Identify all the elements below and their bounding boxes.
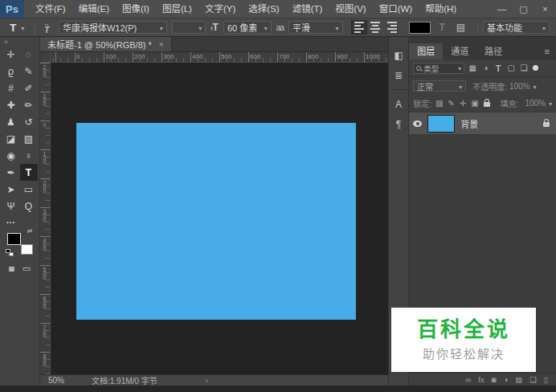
document-tab[interactable]: 未标题-1 @ 50%(RGB/8) * × <box>40 37 172 51</box>
new-group-icon[interactable]: ▤ <box>515 374 522 386</box>
menu-item-窗口[interactable]: 窗口(W) <box>373 0 419 18</box>
default-colors-icon[interactable] <box>6 249 14 256</box>
lock-artboard-icon[interactable]: ▣ <box>471 99 478 108</box>
ruler-label: 600 <box>250 53 260 60</box>
type-tool[interactable]: T <box>20 164 38 181</box>
pen-tool[interactable]: ✒ <box>2 164 20 181</box>
adjustments-panel-icon[interactable]: ≣ <box>389 65 408 85</box>
filter-toggle-icon[interactable] <box>533 65 538 71</box>
layer-filter-select[interactable]: 类型 <box>413 63 464 74</box>
lock-pixels-icon[interactable]: ✎ <box>448 99 454 108</box>
new-layer-icon[interactable]: ❏ <box>529 374 537 386</box>
menu-item-编辑[interactable]: 编辑(E) <box>72 0 116 18</box>
quick-selection-tool[interactable]: ✎ <box>20 63 38 80</box>
tab-路径[interactable]: 路径 <box>476 43 510 59</box>
tools-grid: ✛◌ϱ✎#✐✚✏♟↺◪▧◉♀✒T➤▭ΨQ <box>0 46 39 214</box>
zoom-level-field[interactable]: 50% <box>40 376 71 385</box>
delete-layer-icon[interactable]: ▯ <box>544 374 548 386</box>
visibility-eye-icon[interactable] <box>413 120 422 127</box>
text-orientation-toggle-icon[interactable]: ↔ T <box>40 21 54 35</box>
lock-position-icon[interactable]: ✛ <box>460 99 466 108</box>
paragraph-panel-icon[interactable]: ¶ <box>389 114 408 134</box>
blur-tool[interactable]: ◉ <box>2 147 20 164</box>
color-panel-icon[interactable]: ◧ <box>389 45 408 65</box>
status-expander-icon[interactable]: › <box>206 376 208 385</box>
layer-row[interactable]: 背景 <box>409 112 556 135</box>
window-bottom-edge <box>0 386 556 392</box>
hand-tool[interactable]: Ψ <box>2 198 20 214</box>
menu-item-文件[interactable]: 文件(F) <box>29 0 72 18</box>
collapse-toolbar-button[interactable]: « <box>0 37 39 46</box>
menu-item-视图[interactable]: 视图(V) <box>329 0 372 18</box>
background-color-swatch[interactable] <box>21 244 33 255</box>
path-selection-tool[interactable]: ➤ <box>2 181 20 198</box>
filter-adjustment-layers-icon[interactable]: ◑ <box>480 63 490 72</box>
marquee-tool[interactable]: ◌ <box>20 46 38 63</box>
zoom-tool[interactable]: Q <box>20 198 38 214</box>
eraser-tool[interactable]: ◪ <box>2 130 20 147</box>
filter-type-layers-icon[interactable]: T <box>493 63 503 73</box>
font-size-select[interactable]: 60 像素 <box>223 21 272 34</box>
healing-brush-tool[interactable]: ✚ <box>2 96 20 113</box>
align-right-button[interactable] <box>383 20 399 35</box>
link-layers-icon[interactable]: ∞ <box>466 374 472 386</box>
lock-transparency-icon[interactable]: ▨ <box>435 99 443 108</box>
gradient-tool[interactable]: ▧ <box>20 130 38 147</box>
text-color-swatch[interactable] <box>409 22 431 34</box>
close-button[interactable]: × <box>534 0 556 18</box>
shape-tool[interactable]: ▭ <box>20 181 38 198</box>
crop-tool[interactable]: # <box>2 80 20 96</box>
close-tab-icon[interactable]: × <box>159 40 164 49</box>
lasso-tool[interactable]: ϱ <box>2 63 20 80</box>
font-style-select[interactable] <box>172 21 206 34</box>
menu-item-图层[interactable]: 图层(L) <box>156 0 198 18</box>
swap-colors-icon[interactable]: ⇄ <box>27 228 33 235</box>
menu-item-帮助[interactable]: 帮助(H) <box>419 0 463 18</box>
panel-menu-icon[interactable]: ≡ <box>538 43 556 59</box>
blend-mode-select[interactable]: 正常 <box>413 80 466 92</box>
screen-mode-tool[interactable]: ▭ <box>22 263 31 274</box>
toggle-panels-icon[interactable]: ▤ <box>454 22 468 33</box>
tab-通道[interactable]: 通道 <box>443 43 476 59</box>
workspace-select[interactable]: 基本功能 <box>483 21 550 34</box>
opacity-value[interactable]: 100% <box>509 82 537 91</box>
adjustment-layer-icon[interactable]: ◑ <box>504 374 509 386</box>
filter-smart-objects-icon[interactable]: ❏ <box>519 63 529 72</box>
eyedropper-tool[interactable]: ✐ <box>20 80 38 96</box>
menu-item-滤镜[interactable]: 滤镜(T) <box>286 0 329 18</box>
fill-value[interactable]: 100% <box>525 99 552 108</box>
divider <box>391 89 406 90</box>
filter-pixel-layers-icon[interactable]: ▦ <box>468 63 477 72</box>
anti-alias-select[interactable]: 平滑 <box>288 21 343 34</box>
tool-options-bar: T ↔ T 华康海报体W12(P) tT 60 像素 aa 平滑 T ▤ 基本功… <box>0 18 556 37</box>
edit-toolbar-button[interactable]: ••• <box>0 214 39 227</box>
warp-text-icon[interactable]: T <box>435 22 449 33</box>
character-panel-icon[interactable]: A <box>389 94 408 114</box>
minimize-button[interactable]: — <box>491 0 513 18</box>
quick-mask-tool[interactable]: ◙ <box>9 263 14 274</box>
ruler-label: 700 <box>42 325 47 337</box>
menu-item-图像[interactable]: 图像(I) <box>116 0 156 18</box>
opacity-label: 不透明度: <box>472 80 507 92</box>
lock-all-icon[interactable] <box>484 102 490 107</box>
layer-thumbnail[interactable] <box>427 115 455 133</box>
history-brush-tool[interactable]: ↺ <box>20 113 38 130</box>
clone-stamp-tool[interactable]: ♟ <box>2 113 20 130</box>
foreground-color-swatch[interactable] <box>7 233 21 245</box>
menu-item-文字[interactable]: 文字(Y) <box>198 0 242 18</box>
move-tool[interactable]: ✛ <box>2 46 20 63</box>
font-family-select[interactable]: 华康海报体W12(P) <box>59 21 167 34</box>
divider <box>477 21 478 34</box>
menu-item-选择[interactable]: 选择(S) <box>242 0 285 18</box>
brush-tool[interactable]: ✏ <box>20 96 38 113</box>
document-canvas[interactable] <box>76 123 356 320</box>
tab-图层[interactable]: 图层 <box>409 43 443 59</box>
tool-preset-picker[interactable]: T <box>5 22 30 34</box>
align-center-button[interactable] <box>367 20 383 35</box>
layer-style-icon[interactable]: fx <box>478 374 484 386</box>
dodge-tool[interactable]: ♀ <box>20 147 38 164</box>
maximize-button[interactable]: ▢ <box>513 0 534 18</box>
align-left-button[interactable] <box>351 20 367 35</box>
filter-shape-layers-icon[interactable]: ▢ <box>506 63 516 72</box>
layer-mask-icon[interactable]: ◙ <box>492 374 497 386</box>
